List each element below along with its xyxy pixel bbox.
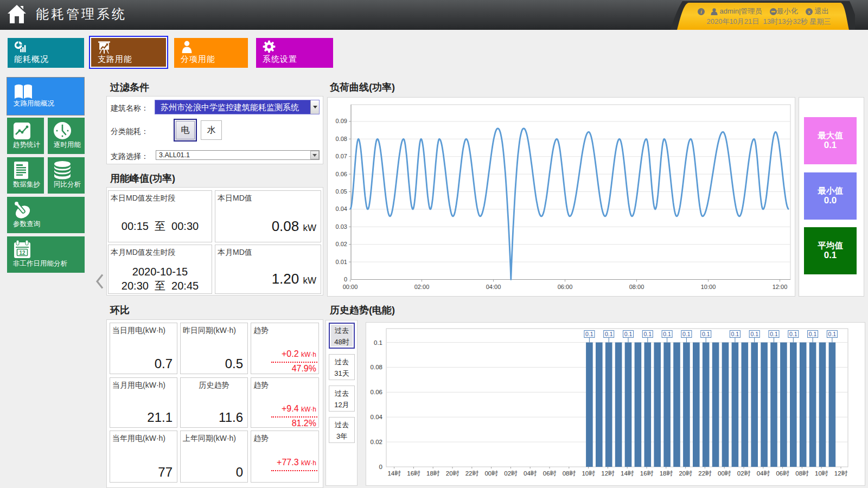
svg-text:0.1: 0.1 xyxy=(750,331,758,337)
svg-text:i: i xyxy=(700,9,702,15)
svg-text:00时: 00时 xyxy=(484,470,498,477)
svg-text:0.02: 0.02 xyxy=(371,439,382,445)
svg-text:18时: 18时 xyxy=(660,470,673,477)
svg-text:0.04: 0.04 xyxy=(371,414,383,420)
svg-text:08时: 08时 xyxy=(563,470,576,477)
svg-text:16时: 16时 xyxy=(640,470,654,477)
svg-text:10时: 10时 xyxy=(815,470,828,477)
svg-text:0.1: 0.1 xyxy=(682,331,691,337)
svg-text:02:00: 02:00 xyxy=(414,284,430,290)
svg-text:12:00: 12:00 xyxy=(773,284,788,290)
svg-text:14时: 14时 xyxy=(387,470,401,477)
svg-text:20时: 20时 xyxy=(446,470,459,477)
svg-text:12时: 12时 xyxy=(601,470,615,477)
svg-text:0.1: 0.1 xyxy=(702,331,710,337)
svg-text:0.1: 0.1 xyxy=(643,331,652,337)
svg-text:06时: 06时 xyxy=(543,470,557,477)
svg-text:0.03: 0.03 xyxy=(336,223,347,230)
svg-text:08:00: 08:00 xyxy=(629,284,644,290)
svg-text:20时: 20时 xyxy=(679,470,692,477)
svg-text:0.08: 0.08 xyxy=(371,364,382,370)
svg-text:0.1: 0.1 xyxy=(663,331,671,337)
svg-text:0.06: 0.06 xyxy=(371,389,382,395)
svg-text:0.1: 0.1 xyxy=(809,331,817,337)
svg-text:0.06: 0.06 xyxy=(336,171,347,177)
svg-text:0.1: 0.1 xyxy=(624,331,633,337)
svg-text:0.1: 0.1 xyxy=(731,331,739,337)
svg-text:04:00: 04:00 xyxy=(486,284,501,290)
svg-text:0: 0 xyxy=(379,464,382,470)
svg-text:22时: 22时 xyxy=(698,470,712,477)
svg-text:0.1: 0.1 xyxy=(605,331,613,337)
svg-text:0.05: 0.05 xyxy=(336,188,347,195)
svg-text:0.01: 0.01 xyxy=(336,259,347,265)
svg-text:0.08: 0.08 xyxy=(336,136,347,142)
svg-text:0.07: 0.07 xyxy=(336,153,347,159)
svg-text:02时: 02时 xyxy=(737,470,751,477)
svg-text:02时: 02时 xyxy=(504,470,518,477)
svg-text:22时: 22时 xyxy=(465,470,479,477)
svg-text:0: 0 xyxy=(344,276,347,282)
svg-text:04时: 04时 xyxy=(757,470,770,477)
svg-text:12时: 12时 xyxy=(834,470,848,477)
svg-text:0.1: 0.1 xyxy=(828,331,837,337)
svg-text:0.09: 0.09 xyxy=(336,118,347,124)
svg-text:06:00: 06:00 xyxy=(558,284,573,290)
svg-text:0.1: 0.1 xyxy=(770,331,778,337)
svg-text:0.02: 0.02 xyxy=(336,241,347,247)
svg-text:10时: 10时 xyxy=(582,470,595,477)
svg-text:0.1: 0.1 xyxy=(789,331,797,337)
svg-text:10:00: 10:00 xyxy=(701,284,716,290)
svg-text:18时: 18时 xyxy=(426,470,440,477)
svg-text:00时: 00时 xyxy=(718,470,731,477)
svg-text:0.1: 0.1 xyxy=(374,339,382,346)
svg-text:04时: 04时 xyxy=(524,470,537,477)
svg-text:12: 12 xyxy=(19,250,25,256)
svg-text:06时: 06时 xyxy=(776,470,789,477)
svg-text:14时: 14时 xyxy=(621,470,634,477)
svg-text:x: x xyxy=(808,9,810,15)
svg-text:08时: 08时 xyxy=(795,470,809,477)
svg-text:00:00: 00:00 xyxy=(343,284,358,290)
svg-text:0.04: 0.04 xyxy=(336,206,347,212)
svg-text:0.1: 0.1 xyxy=(585,331,593,337)
svg-text:16时: 16时 xyxy=(407,470,420,477)
